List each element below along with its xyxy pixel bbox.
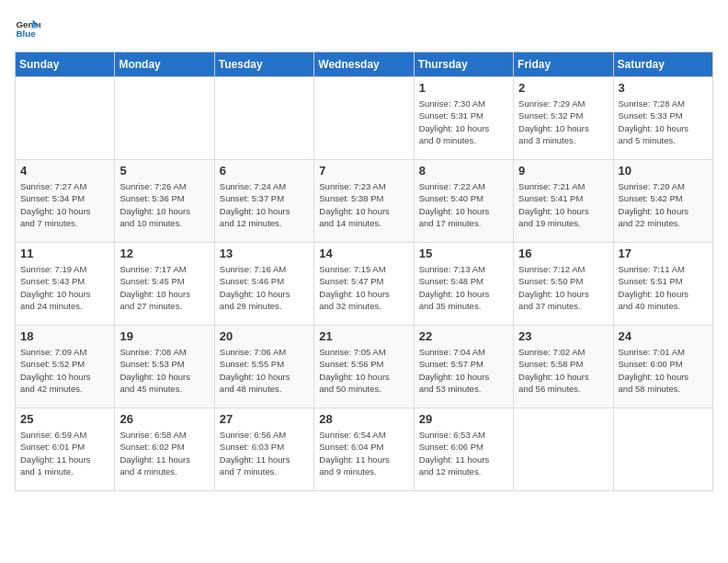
day-cell: 21Sunrise: 7:05 AM Sunset: 5:56 PM Dayli… [314, 326, 414, 408]
day-number: 21 [319, 329, 408, 343]
week-row-4: 18Sunrise: 7:09 AM Sunset: 5:52 PM Dayli… [16, 326, 713, 408]
day-number: 14 [319, 247, 408, 260]
day-cell: 20Sunrise: 7:06 AM Sunset: 5:55 PM Dayli… [214, 326, 313, 408]
day-cell: 2Sunrise: 7:29 AM Sunset: 5:32 PM Daylig… [514, 77, 613, 160]
day-info: Sunrise: 7:28 AM Sunset: 5:33 PM Dayligh… [619, 98, 708, 146]
day-number: 5 [119, 164, 209, 178]
day-info: Sunrise: 7:20 AM Sunset: 5:42 PM Dayligh… [619, 180, 708, 229]
day-cell: 7Sunrise: 7:23 AM Sunset: 5:38 PM Daylig… [314, 160, 414, 243]
day-cell [16, 77, 115, 160]
day-cell: 6Sunrise: 7:24 AM Sunset: 5:37 PM Daylig… [214, 160, 313, 243]
day-number: 25 [20, 412, 109, 426]
day-info: Sunrise: 7:29 AM Sunset: 5:32 PM Dayligh… [518, 98, 608, 146]
day-cell: 22Sunrise: 7:04 AM Sunset: 5:57 PM Dayli… [414, 326, 513, 408]
day-number: 2 [518, 81, 608, 95]
day-info: Sunrise: 7:19 AM Sunset: 5:43 PM Dayligh… [20, 263, 109, 312]
day-cell: 5Sunrise: 7:26 AM Sunset: 5:36 PM Daylig… [115, 160, 214, 243]
header-tuesday: Tuesday [214, 52, 313, 77]
day-cell: 13Sunrise: 7:16 AM Sunset: 5:46 PM Dayli… [214, 243, 313, 326]
day-number: 24 [619, 329, 708, 343]
day-number: 6 [220, 164, 309, 178]
day-number: 8 [419, 164, 508, 178]
day-info: Sunrise: 7:01 AM Sunset: 6:00 PM Dayligh… [619, 346, 708, 395]
logo: General Blue [15, 15, 44, 40]
day-info: Sunrise: 7:17 AM Sunset: 5:45 PM Dayligh… [119, 263, 209, 312]
day-number: 7 [319, 164, 408, 178]
day-number: 12 [119, 247, 209, 260]
header-row: SundayMondayTuesdayWednesdayThursdayFrid… [16, 52, 713, 77]
day-info: Sunrise: 7:06 AM Sunset: 5:55 PM Dayligh… [220, 346, 309, 395]
day-number: 10 [619, 164, 708, 178]
day-cell: 18Sunrise: 7:09 AM Sunset: 5:52 PM Dayli… [16, 326, 115, 408]
week-row-3: 11Sunrise: 7:19 AM Sunset: 5:43 PM Dayli… [16, 243, 713, 326]
day-info: Sunrise: 7:15 AM Sunset: 5:47 PM Dayligh… [319, 263, 408, 312]
day-cell: 25Sunrise: 6:59 AM Sunset: 6:01 PM Dayli… [16, 408, 115, 491]
day-info: Sunrise: 7:09 AM Sunset: 5:52 PM Dayligh… [20, 346, 109, 395]
day-cell: 26Sunrise: 6:58 AM Sunset: 6:02 PM Dayli… [115, 408, 214, 491]
day-number: 4 [20, 164, 109, 178]
day-cell: 1Sunrise: 7:30 AM Sunset: 5:31 PM Daylig… [414, 77, 513, 160]
day-number: 9 [518, 164, 608, 178]
day-number: 15 [419, 247, 508, 260]
day-cell [214, 77, 313, 160]
day-number: 13 [220, 247, 309, 260]
day-info: Sunrise: 7:26 AM Sunset: 5:36 PM Dayligh… [119, 180, 209, 229]
day-number: 11 [20, 247, 109, 260]
day-info: Sunrise: 7:02 AM Sunset: 5:58 PM Dayligh… [518, 346, 608, 395]
day-cell: 17Sunrise: 7:11 AM Sunset: 5:51 PM Dayli… [613, 243, 712, 326]
day-info: Sunrise: 7:22 AM Sunset: 5:40 PM Dayligh… [419, 180, 508, 229]
day-number: 18 [20, 329, 109, 343]
week-row-2: 4Sunrise: 7:27 AM Sunset: 5:34 PM Daylig… [16, 160, 713, 243]
day-cell: 28Sunrise: 6:54 AM Sunset: 6:04 PM Dayli… [314, 408, 414, 491]
day-info: Sunrise: 7:13 AM Sunset: 5:48 PM Dayligh… [419, 263, 508, 312]
page-header: General Blue [15, 15, 713, 40]
header-saturday: Saturday [613, 52, 712, 77]
day-number: 17 [619, 247, 708, 260]
header-sunday: Sunday [16, 52, 115, 77]
day-info: Sunrise: 7:04 AM Sunset: 5:57 PM Dayligh… [419, 346, 508, 395]
day-number: 27 [220, 412, 309, 426]
day-number: 16 [518, 247, 608, 260]
day-cell: 23Sunrise: 7:02 AM Sunset: 5:58 PM Dayli… [514, 326, 613, 408]
day-cell: 24Sunrise: 7:01 AM Sunset: 6:00 PM Dayli… [613, 326, 712, 408]
day-info: Sunrise: 7:23 AM Sunset: 5:38 PM Dayligh… [319, 180, 408, 229]
day-info: Sunrise: 7:12 AM Sunset: 5:50 PM Dayligh… [518, 263, 608, 312]
header-friday: Friday [514, 52, 613, 77]
header-thursday: Thursday [414, 52, 513, 77]
day-cell: 4Sunrise: 7:27 AM Sunset: 5:34 PM Daylig… [16, 160, 115, 243]
day-info: Sunrise: 7:27 AM Sunset: 5:34 PM Dayligh… [20, 180, 109, 229]
day-info: Sunrise: 6:58 AM Sunset: 6:02 PM Dayligh… [119, 429, 209, 477]
day-info: Sunrise: 7:30 AM Sunset: 5:31 PM Dayligh… [419, 98, 508, 146]
day-info: Sunrise: 7:24 AM Sunset: 5:37 PM Dayligh… [220, 180, 309, 229]
header-monday: Monday [115, 52, 214, 77]
day-cell [613, 408, 712, 491]
day-number: 20 [220, 329, 309, 343]
day-info: Sunrise: 7:08 AM Sunset: 5:53 PM Dayligh… [119, 346, 209, 395]
day-number: 29 [419, 412, 508, 426]
day-info: Sunrise: 6:53 AM Sunset: 6:06 PM Dayligh… [419, 429, 508, 477]
day-info: Sunrise: 7:16 AM Sunset: 5:46 PM Dayligh… [220, 263, 309, 312]
svg-text:Blue: Blue [16, 29, 36, 39]
week-row-1: 1Sunrise: 7:30 AM Sunset: 5:31 PM Daylig… [16, 77, 713, 160]
day-number: 23 [518, 329, 608, 343]
day-number: 22 [419, 329, 508, 343]
day-number: 3 [619, 81, 708, 95]
day-number: 26 [119, 412, 209, 426]
week-row-5: 25Sunrise: 6:59 AM Sunset: 6:01 PM Dayli… [16, 408, 713, 491]
day-cell: 27Sunrise: 6:56 AM Sunset: 6:03 PM Dayli… [214, 408, 313, 491]
calendar-table: SundayMondayTuesdayWednesdayThursdayFrid… [15, 52, 713, 491]
day-cell: 11Sunrise: 7:19 AM Sunset: 5:43 PM Dayli… [16, 243, 115, 326]
day-number: 28 [319, 412, 408, 426]
day-cell: 19Sunrise: 7:08 AM Sunset: 5:53 PM Dayli… [115, 326, 214, 408]
day-cell: 15Sunrise: 7:13 AM Sunset: 5:48 PM Dayli… [414, 243, 513, 326]
day-info: Sunrise: 6:56 AM Sunset: 6:03 PM Dayligh… [220, 429, 309, 477]
day-cell: 12Sunrise: 7:17 AM Sunset: 5:45 PM Dayli… [115, 243, 214, 326]
day-info: Sunrise: 6:59 AM Sunset: 6:01 PM Dayligh… [20, 429, 109, 477]
day-cell: 3Sunrise: 7:28 AM Sunset: 5:33 PM Daylig… [613, 77, 712, 160]
day-info: Sunrise: 7:21 AM Sunset: 5:41 PM Dayligh… [518, 180, 608, 229]
day-cell [514, 408, 613, 491]
day-cell: 16Sunrise: 7:12 AM Sunset: 5:50 PM Dayli… [514, 243, 613, 326]
day-info: Sunrise: 6:54 AM Sunset: 6:04 PM Dayligh… [319, 429, 408, 477]
day-cell: 8Sunrise: 7:22 AM Sunset: 5:40 PM Daylig… [414, 160, 513, 243]
day-cell [314, 77, 414, 160]
